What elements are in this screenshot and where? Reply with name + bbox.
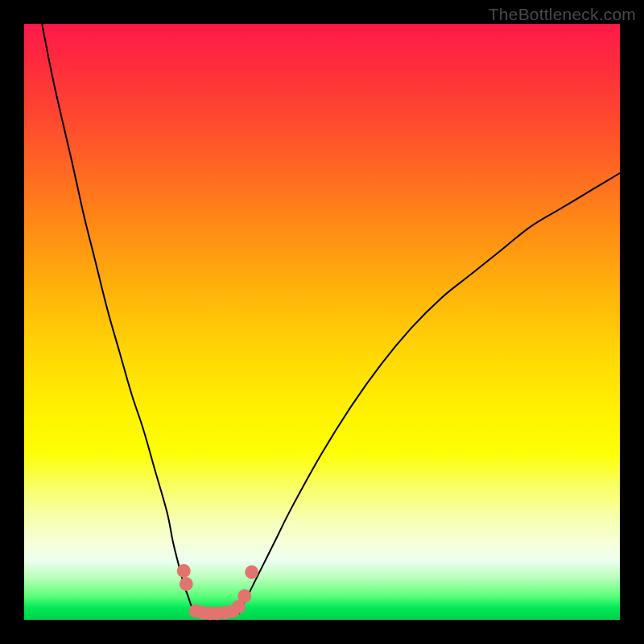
watermark-text: TheBottleneck.com xyxy=(489,5,636,24)
data-marker xyxy=(177,564,191,578)
plot-area xyxy=(24,24,620,620)
data-marker xyxy=(245,565,258,579)
data-marker xyxy=(180,577,193,591)
data-marker xyxy=(237,589,251,603)
marker-group xyxy=(177,564,258,621)
bottleneck-curve xyxy=(42,24,620,614)
curve-svg xyxy=(24,24,620,620)
